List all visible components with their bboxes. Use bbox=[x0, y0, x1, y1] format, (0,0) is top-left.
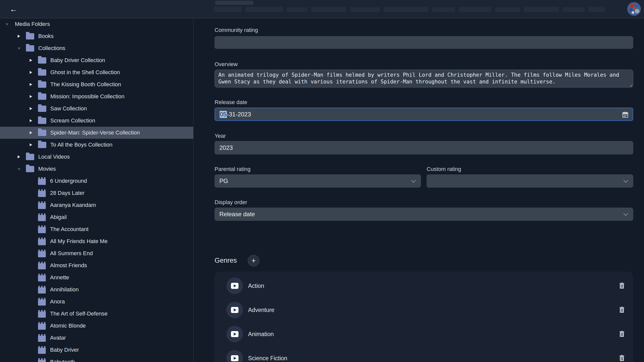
sidebar-item-almost-friends[interactable]: Almost Friends bbox=[0, 259, 193, 272]
video-play-icon bbox=[226, 278, 243, 294]
sidebar-item-anora[interactable]: Anora bbox=[0, 296, 193, 308]
year-input[interactable] bbox=[215, 141, 633, 154]
expand-arrow-icon[interactable] bbox=[30, 107, 32, 110]
community-rating-input[interactable] bbox=[215, 36, 633, 49]
overview-textarea[interactable]: An animated trilogy of Spider-Man films … bbox=[215, 70, 633, 87]
scrolled-content-ghost bbox=[384, 7, 428, 12]
sidebar-item-books[interactable]: Books bbox=[0, 30, 193, 42]
scrolled-content-ghost bbox=[287, 7, 307, 12]
expand-arrow-icon[interactable] bbox=[30, 131, 32, 134]
film-icon bbox=[38, 177, 46, 185]
sidebar-item-abigail[interactable]: Abigail bbox=[0, 211, 193, 223]
sidebar-item-the-art-of-self-defense[interactable]: The Art of Self-Defense bbox=[0, 308, 193, 320]
expand-arrow-icon[interactable] bbox=[18, 35, 20, 38]
film-icon bbox=[38, 298, 46, 306]
trash-icon bbox=[619, 286, 625, 290]
delete-genre-button[interactable] bbox=[619, 331, 625, 338]
arrow-slot bbox=[30, 119, 38, 122]
expand-arrow-icon[interactable] bbox=[30, 95, 32, 98]
arrow-slot bbox=[30, 59, 38, 62]
sidebar-item-avatar[interactable]: Avatar bbox=[0, 332, 193, 344]
tree-item-label: Local Videos bbox=[38, 154, 70, 160]
expand-arrow-icon[interactable] bbox=[30, 119, 32, 122]
sidebar-item-media-folders[interactable]: Media Folders bbox=[0, 18, 193, 30]
expand-arrow-icon[interactable] bbox=[30, 143, 32, 146]
sidebar-item-aaranya-kaandam[interactable]: Aaranya Kaandam bbox=[0, 199, 193, 211]
film-icon bbox=[38, 225, 46, 233]
sidebar-item-local-videos[interactable]: Local Videos bbox=[0, 151, 193, 163]
delete-genre-button[interactable] bbox=[619, 355, 625, 362]
sidebar-item-movies[interactable]: Movies bbox=[0, 163, 193, 175]
expand-arrow-icon[interactable] bbox=[30, 83, 32, 86]
sidebar-item-saw-collection[interactable]: Saw Collection bbox=[0, 103, 193, 115]
tree-item-label: Abigail bbox=[50, 214, 67, 220]
parental-rating-select[interactable]: PG bbox=[215, 174, 421, 188]
custom-rating-select[interactable] bbox=[427, 174, 633, 188]
sidebar-item-the-accountant[interactable]: The Accountant bbox=[0, 223, 193, 235]
scrolled-content-ghost bbox=[432, 7, 455, 12]
sidebar-item-atomic-blonde[interactable]: Atomic Blonde bbox=[0, 320, 193, 332]
tree-item-label: Almost Friends bbox=[50, 262, 87, 269]
sidebar-item-annihilation[interactable]: Annihilation bbox=[0, 284, 193, 296]
genre-row-action: Action bbox=[215, 274, 633, 298]
sidebar-item-babyteeth[interactable]: Babyteeth bbox=[0, 356, 193, 362]
plus-icon: + bbox=[252, 257, 256, 265]
sidebar-item-28-days-later[interactable]: 28 Days Later bbox=[0, 187, 193, 199]
calendar-icon[interactable] bbox=[622, 111, 629, 118]
arrow-slot bbox=[30, 95, 38, 98]
back-button[interactable]: ← bbox=[8, 4, 20, 15]
arrow-slot bbox=[30, 83, 38, 86]
sidebar-item-scream-collection[interactable]: Scream Collection bbox=[0, 115, 193, 127]
delete-genre-button[interactable] bbox=[619, 306, 625, 313]
sidebar-item-spider-man-spider-verse-collection[interactable]: Spider-Man: Spider-Verse Collection bbox=[0, 127, 193, 139]
expand-arrow-icon[interactable] bbox=[30, 59, 32, 62]
trash-icon bbox=[619, 359, 625, 362]
scrolled-content-ghost bbox=[495, 7, 520, 12]
sidebar-item-the-kissing-booth-collection[interactable]: The Kissing Booth Collection bbox=[0, 78, 193, 90]
film-icon bbox=[38, 322, 46, 330]
folder-icon bbox=[38, 81, 46, 88]
expand-arrow-icon[interactable] bbox=[30, 71, 32, 74]
arrow-slot bbox=[18, 35, 26, 38]
folder-icon bbox=[38, 69, 46, 76]
sidebar-item-6-underground[interactable]: 6 Underground bbox=[0, 175, 193, 187]
sidebar-item-all-my-friends-hate-me[interactable]: All My Friends Hate Me bbox=[0, 235, 193, 247]
release-date-label: Release date bbox=[215, 99, 247, 106]
sidebar-item-ghost-in-the-shell-collection[interactable]: Ghost in the Shell Collection bbox=[0, 66, 193, 78]
year-label: Year bbox=[215, 133, 226, 139]
sidebar-item-mission-impossible-collection[interactable]: Mission: Impossible Collection bbox=[0, 90, 193, 103]
film-icon bbox=[38, 250, 46, 257]
tree-item-label: The Kissing Booth Collection bbox=[50, 81, 121, 88]
genres-heading: Genres bbox=[215, 257, 237, 264]
community-rating-label: Community rating bbox=[215, 27, 258, 33]
film-icon bbox=[38, 358, 46, 362]
expand-arrow-icon[interactable] bbox=[18, 155, 20, 158]
film-icon bbox=[38, 274, 46, 282]
sidebar-item-to-all-the-boys-collection[interactable]: To All the Boys Collection bbox=[0, 139, 193, 151]
tree-item-label: Collections bbox=[38, 45, 65, 52]
folder-icon bbox=[26, 166, 34, 172]
film-icon bbox=[38, 286, 46, 294]
delete-genre-button[interactable] bbox=[619, 282, 625, 289]
add-genre-button[interactable]: + bbox=[248, 255, 259, 266]
tree-item-label: Anora bbox=[50, 298, 65, 305]
release-date-input[interactable]: 05-31-2023 bbox=[215, 108, 633, 121]
sidebar-item-baby-driver-collection[interactable]: Baby Driver Collection bbox=[0, 54, 193, 66]
tree-item-label: Saw Collection bbox=[50, 105, 87, 112]
media-folders-sidebar: Media FoldersBooksCollectionsBaby Driver… bbox=[0, 18, 193, 362]
collapse-arrow-icon[interactable] bbox=[18, 168, 21, 170]
sidebar-item-baby-driver[interactable]: Baby Driver bbox=[0, 344, 193, 356]
tree-item-label: Media Folders bbox=[15, 21, 50, 27]
sidebar-item-collections[interactable]: Collections bbox=[0, 42, 193, 54]
sidebar-item-all-summers-end[interactable]: All Summers End bbox=[0, 247, 193, 259]
selected-date-segment: 05 bbox=[220, 111, 227, 118]
tree-item-label: Annihilation bbox=[50, 286, 79, 293]
genre-row-animation: Animation bbox=[215, 322, 633, 346]
video-play-icon bbox=[226, 350, 243, 362]
collapse-arrow-icon[interactable] bbox=[18, 48, 21, 50]
collapse-arrow-icon[interactable] bbox=[6, 23, 9, 26]
folder-tree: Media FoldersBooksCollectionsBaby Driver… bbox=[0, 18, 193, 362]
sidebar-item-annette[interactable]: Annette bbox=[0, 272, 193, 284]
display-order-select[interactable]: Release date bbox=[215, 208, 633, 221]
user-avatar[interactable] bbox=[627, 2, 641, 16]
